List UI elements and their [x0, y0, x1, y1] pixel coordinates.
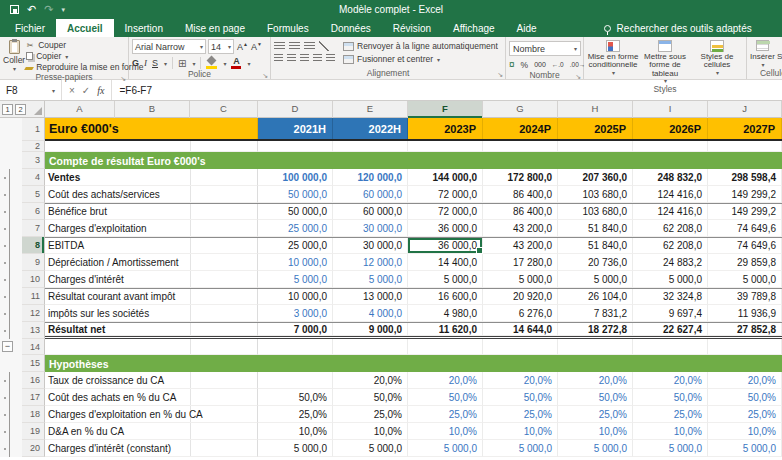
dialog-launcher-alignment[interactable]: ↘ — [497, 71, 503, 78]
cell-G6[interactable]: 86 400,0 — [483, 204, 558, 220]
cell-F11[interactable]: 16 600,0 — [408, 289, 483, 305]
percent-style-button[interactable]: % — [521, 60, 529, 70]
cell-D2[interactable] — [258, 141, 333, 152]
cell-F12[interactable]: 4 980,0 — [408, 305, 483, 322]
cell-J19[interactable]: 10,0% — [708, 423, 782, 440]
column-header-F[interactable]: F — [408, 101, 483, 118]
cell-E8[interactable]: 30 000,0 — [333, 238, 408, 254]
comma-style-button[interactable]: 000 — [534, 61, 546, 68]
cell-E16[interactable]: 20,0% — [333, 372, 408, 389]
cell-I13[interactable]: 22 627,4 — [633, 323, 708, 336]
cell-J10[interactable]: 5 000,0 — [708, 271, 782, 288]
cell-I18[interactable]: 25,0% — [633, 406, 708, 423]
cell-styles-button[interactable]: Styles de cellules▾ — [691, 39, 743, 76]
cell-H13[interactable]: 18 272,8 — [558, 323, 633, 336]
cell-H6[interactable]: 103 680,0 — [558, 204, 633, 220]
tab-insertion[interactable]: Insertion — [114, 19, 174, 37]
outline-level-2-button[interactable]: 2 — [15, 104, 26, 115]
row-header-3[interactable]: 3 — [22, 152, 45, 169]
cell-H18[interactable]: 25,0% — [558, 406, 633, 423]
cell-J4[interactable]: 298 598,4 — [708, 169, 782, 186]
cell-D9[interactable]: 10 000,0 — [258, 254, 333, 271]
dialog-launcher-number[interactable]: ↘ — [575, 73, 581, 80]
increase-indent-icon[interactable] — [326, 54, 335, 63]
cell-J18[interactable]: 25,0% — [708, 406, 782, 423]
column-header-A[interactable]: A — [45, 101, 115, 118]
column-header-H[interactable]: H — [558, 101, 633, 118]
cell-G1[interactable]: 2024P — [483, 118, 558, 139]
cell-F13[interactable]: 11 620,0 — [408, 323, 483, 336]
cell-G14[interactable] — [483, 339, 558, 355]
tab-révision[interactable]: Révision — [382, 19, 442, 37]
cell-H2[interactable] — [558, 141, 633, 152]
cell-E13[interactable]: 9 000,0 — [333, 323, 408, 336]
cell-J12[interactable]: 11 936,9 — [708, 305, 782, 322]
cell-H14[interactable] — [558, 339, 633, 355]
row-header-6[interactable]: 6 — [22, 203, 45, 220]
cell-E11[interactable]: 13 000,0 — [333, 289, 408, 305]
cell-I6[interactable]: 124 416,0 — [633, 204, 708, 220]
align-right-icon[interactable] — [300, 54, 309, 63]
tab-données[interactable]: Données — [320, 19, 382, 37]
cancel-entry-icon[interactable]: × — [69, 85, 75, 96]
cell-A17[interactable]: Coût des achats en % du CA — [45, 389, 258, 406]
cell-G7[interactable]: 43 200,0 — [483, 220, 558, 237]
cell-I19[interactable]: 10,0% — [633, 423, 708, 440]
decrease-indent-icon[interactable] — [313, 54, 322, 63]
cell-D20[interactable]: 5 000,0 — [258, 440, 333, 457]
cell-A11[interactable]: Résultat courant avant impôt — [45, 289, 258, 305]
cell-H19[interactable]: 10,0% — [558, 423, 633, 440]
wrap-text-button[interactable]: Renvoyer à la ligne automatiquement — [343, 41, 498, 51]
cell-F9[interactable]: 14 400,0 — [408, 254, 483, 271]
cell-I16[interactable]: 20,0% — [633, 372, 708, 389]
format-as-table-button[interactable]: Mettre sous forme de tableau▾ — [639, 39, 691, 84]
cell-H1[interactable]: 2025P — [558, 118, 633, 139]
cell-E1[interactable]: 2022H — [333, 118, 408, 139]
number-format-select[interactable]: Nombre▾ — [509, 41, 581, 56]
cell-F14[interactable] — [408, 339, 483, 355]
cell-F20[interactable]: 5 000,0 — [408, 440, 483, 457]
cell-F5[interactable]: 72 000,0 — [408, 186, 483, 203]
column-header-E[interactable]: E — [333, 101, 408, 118]
cell-A1[interactable]: Euro €000's — [45, 118, 258, 139]
cell-D8[interactable]: 25 000,0 — [258, 238, 333, 254]
cell-E5[interactable]: 60 000,0 — [333, 186, 408, 203]
cell-A13[interactable]: Résultat net — [45, 323, 258, 336]
align-top-icon[interactable] — [274, 42, 285, 51]
section-header-15[interactable]: Hypothèses — [45, 355, 782, 372]
bold-button[interactable]: G — [132, 58, 139, 68]
font-name-select[interactable]: Arial Narrow▾ — [132, 39, 206, 54]
cell-E7[interactable]: 30 000,0 — [333, 220, 408, 237]
row-header-9[interactable]: 9 — [22, 254, 45, 271]
cell-F1[interactable]: 2023P — [408, 118, 483, 139]
cell-G2[interactable] — [483, 141, 558, 152]
cell-H7[interactable]: 51 840,0 — [558, 220, 633, 237]
font-color-button[interactable]: A — [231, 57, 241, 69]
row-header-17[interactable]: 17 — [22, 389, 45, 406]
cell-F19[interactable]: 10,0% — [408, 423, 483, 440]
cell-D1[interactable]: 2021H — [258, 118, 333, 139]
cell-A18[interactable]: Charges d'exploitation en % du CA — [45, 406, 258, 423]
name-box[interactable]: F8 ▾ — [0, 80, 62, 100]
tab-accueil[interactable]: Accueil — [56, 19, 114, 37]
cell-I1[interactable]: 2026P — [633, 118, 708, 139]
delete-cells-button[interactable]: Supprimer ▾ — [777, 39, 782, 68]
cell-E19[interactable]: 10,0% — [333, 423, 408, 440]
underline-button[interactable]: S — [152, 58, 158, 68]
increase-decimal-button[interactable]: ←.0 — [552, 61, 564, 68]
cell-A2[interactable] — [45, 141, 258, 152]
cell-G20[interactable]: 5 000,0 — [483, 440, 558, 457]
cell-A14[interactable] — [45, 339, 258, 355]
cell-H20[interactable]: 5 000,0 — [558, 440, 633, 457]
row-header-10[interactable]: 10 — [22, 271, 45, 288]
column-header-G[interactable]: G — [483, 101, 558, 118]
cell-A5[interactable]: Coût des achats/services — [45, 186, 258, 203]
italic-button[interactable]: I — [144, 58, 147, 68]
cell-I20[interactable]: 5 000,0 — [633, 440, 708, 457]
cell-H17[interactable]: 50,0% — [558, 389, 633, 406]
row-header-13[interactable]: 13 — [22, 322, 45, 339]
cell-F4[interactable]: 144 000,0 — [408, 169, 483, 186]
cell-H10[interactable]: 5 000,0 — [558, 271, 633, 288]
cell-I7[interactable]: 62 208,0 — [633, 220, 708, 237]
row-header-14[interactable]: 14 — [22, 339, 45, 355]
